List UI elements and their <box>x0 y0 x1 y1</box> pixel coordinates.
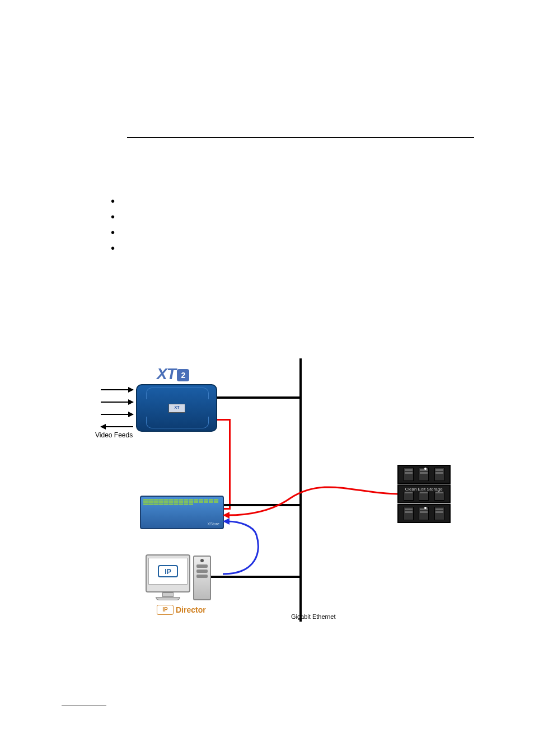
xt2-device: XT <box>136 384 217 432</box>
ipdirector-screen: IP <box>148 558 188 585</box>
gigabit-ethernet-label: Gigabit Ethernet <box>291 613 336 620</box>
ipdirector-tower <box>193 556 211 600</box>
ipdirector-label: IP Director <box>157 605 206 615</box>
xt2-title-sub: 2 <box>177 369 189 381</box>
xstore-label: XStore <box>208 522 219 526</box>
video-feed-in-arrow <box>101 402 133 403</box>
clean-edit-storage-rack: Clean Edit Storage <box>397 465 451 524</box>
video-feed-out-arrow <box>101 426 133 427</box>
monitor-stand <box>162 592 174 597</box>
bullet: • <box>111 225 115 240</box>
ipdirector-monitor: IP <box>146 554 190 592</box>
section-divider <box>127 137 474 138</box>
storage-unit <box>397 504 451 523</box>
footnote-divider <box>62 706 106 706</box>
ipdirector-to-xstore-link <box>223 518 268 577</box>
video-feeds-label: Video Feeds <box>95 431 133 439</box>
bullet: • <box>111 209 115 225</box>
ipdirector-name: Director <box>176 605 206 614</box>
xt2-front-badge: XT <box>168 404 185 413</box>
xt2-title-main: XT <box>157 365 176 382</box>
xt2-title: XT2 <box>157 365 189 383</box>
video-feed-in-arrow <box>101 414 133 415</box>
bullet: • <box>111 240 115 256</box>
ipdirector-ethernet-link <box>211 576 301 578</box>
svg-marker-1 <box>223 518 229 525</box>
xstore-device: XStore <box>140 496 224 529</box>
xt2-ethernet-link <box>217 396 301 399</box>
monitor-base <box>156 597 180 600</box>
storage-unit <box>397 465 451 484</box>
video-feed-in-arrow <box>101 389 133 390</box>
network-diagram: Gigabit Ethernet XT2 XT Video Feeds XSto… <box>101 358 470 638</box>
clean-edit-storage-label: Clean Edit Storage <box>401 487 447 492</box>
ip-logo-icon: IP <box>158 565 178 577</box>
ip-badge-icon: IP <box>157 605 174 615</box>
storage-to-xstore-link <box>223 487 396 515</box>
bullet: • <box>111 193 115 209</box>
xstore-drive-bays <box>141 497 223 507</box>
bullet-list: • • • • <box>111 193 115 256</box>
